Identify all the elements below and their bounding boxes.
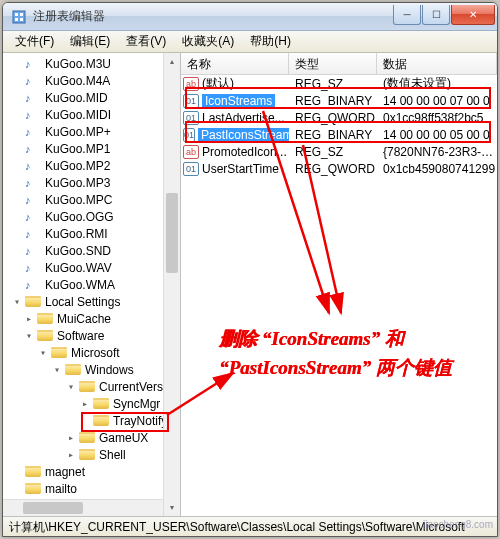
tree-item[interactable]: magnet [5,463,180,480]
expand-icon[interactable]: ▸ [79,398,91,409]
menu-edit[interactable]: 编辑(E) [62,31,118,52]
tree-item[interactable]: ▾CurrentVersion [5,378,180,395]
menu-view[interactable]: 查看(V) [118,31,174,52]
menu-favorites[interactable]: 收藏夹(A) [174,31,242,52]
music-file-icon [25,176,41,190]
tree-item[interactable]: KuGoo.MID [5,89,180,106]
expand-icon[interactable]: ▸ [65,432,77,443]
tree-item-label: mailto [43,482,77,496]
tree-item[interactable]: KuGoo.RMI [5,225,180,242]
tree-item[interactable]: ▾Local Settings [5,293,180,310]
music-file-icon [25,159,41,173]
menu-file[interactable]: 文件(F) [7,31,62,52]
tree-item[interactable]: KuGoo.MP1 [5,140,180,157]
tree-item[interactable]: ▾Windows [5,361,180,378]
tree-item[interactable]: KuGoo.MP3 [5,174,180,191]
expand-icon[interactable]: ▾ [37,347,49,358]
value-name: PastIconsStream [198,128,289,142]
value-name: UserStartTime [202,162,279,176]
list-row[interactable]: 01LastAdvertise...REG_QWORD0x1cc98ff538f… [181,109,497,126]
close-button[interactable]: ✕ [451,5,495,25]
binary-value-icon: 01 [183,162,199,176]
menubar: 文件(F) 编辑(E) 查看(V) 收藏夹(A) 帮助(H) [3,31,497,53]
list-row[interactable]: 01UserStartTimeREG_QWORD0x1cb45908074129… [181,160,497,177]
svg-rect-0 [13,11,25,23]
tree-item-label: KuGoo.MP1 [43,142,110,156]
tree-item-label: KuGoo.MID [43,91,108,105]
tree-item[interactable]: KuGoo.OGG [5,208,180,225]
tree-item[interactable]: TrayNotify [5,412,180,429]
app-icon [11,9,27,25]
folder-icon [51,347,67,358]
music-file-icon [25,108,41,122]
value-data: 0x1cb459080741299 [377,162,497,176]
maximize-button[interactable]: ☐ [422,5,450,25]
tree-item[interactable]: KuGoo.M3U [5,55,180,72]
tree-item[interactable]: KuGoo.MP+ [5,123,180,140]
expand-icon[interactable]: ▾ [65,381,77,392]
expand-icon[interactable]: ▾ [51,364,63,375]
folder-icon [37,330,53,341]
tree-item[interactable]: KuGoo.SND [5,242,180,259]
tree-item-label: Local Settings [43,295,120,309]
tree-item[interactable]: KuGoo.WAV [5,259,180,276]
tree-item[interactable]: ▸GameUX [5,429,180,446]
binary-value-icon: 01 [183,128,195,142]
tree-scrollbar[interactable]: ▴ ▾ [163,53,180,516]
tree-item[interactable]: ▾Microsoft [5,344,180,361]
list-row[interactable]: ab(默认)REG_SZ(数值未设置) [181,75,497,92]
list-row[interactable]: 01PastIconsStreamREG_BINARY14 00 00 00 0… [181,126,497,143]
value-type: REG_QWORD [289,162,377,176]
tree-item[interactable]: KuGoo.M4A [5,72,180,89]
scroll-thumb-h[interactable] [23,502,83,514]
col-data[interactable]: 数据 [377,53,497,74]
tree-item-label: KuGoo.OGG [43,210,114,224]
music-file-icon [25,74,41,88]
tree-item[interactable]: KuGoo.MPC [5,191,180,208]
expand-icon[interactable]: ▸ [23,313,35,324]
col-name[interactable]: 名称 [181,53,289,74]
tree-item-label: KuGoo.MIDI [43,108,111,122]
folder-icon [79,449,95,460]
menu-help[interactable]: 帮助(H) [242,31,299,52]
scroll-thumb[interactable] [166,193,178,273]
titlebar[interactable]: 注册表编辑器 ─ ☐ ✕ [3,3,497,31]
expand-icon[interactable]: ▾ [23,330,35,341]
tree-item[interactable]: KuGoo.WMA [5,276,180,293]
value-name: (默认) [202,75,234,92]
tree-item[interactable]: KuGoo.MP2 [5,157,180,174]
music-file-icon [25,57,41,71]
value-data: 0x1cc98ff538f2bc5 [377,111,497,125]
minimize-button[interactable]: ─ [393,5,421,25]
list-row[interactable]: abPromotedIcon...REG_SZ{7820NN76-23R3-4.… [181,143,497,160]
expand-icon[interactable]: ▾ [11,296,23,307]
tree-scrollbar-h[interactable] [3,499,163,516]
tree-item[interactable]: KuGoo.MIDI [5,106,180,123]
svg-rect-1 [15,13,18,16]
tree-item[interactable]: ▾Software [5,327,180,344]
music-file-icon [25,142,41,156]
binary-value-icon: 01 [183,111,199,125]
tree-item[interactable]: ▸MuiCache [5,310,180,327]
value-type: REG_BINARY [289,94,377,108]
registry-tree[interactable]: KuGoo.M3UKuGoo.M4AKuGoo.MIDKuGoo.MIDIKuG… [3,53,181,516]
tree-item[interactable]: ▸SyncMgr [5,395,180,412]
scroll-down-icon[interactable]: ▾ [164,499,180,516]
scroll-up-icon[interactable]: ▴ [164,53,180,70]
svg-rect-2 [20,13,23,16]
tree-item[interactable]: mailto [5,480,180,497]
value-name: PromotedIcon... [202,145,287,159]
expand-icon[interactable]: ▸ [65,449,77,460]
tree-item-label: TrayNotify [111,414,167,428]
folder-icon [79,432,95,443]
tree-item-label: KuGoo.MP+ [43,125,111,139]
folder-icon [37,313,53,324]
tree-item[interactable]: ▸Shell [5,446,180,463]
tree-item-label: KuGoo.SND [43,244,111,258]
tree-item-label: Software [55,329,104,343]
music-file-icon [25,261,41,275]
list-row[interactable]: 01IconStreamsREG_BINARY14 00 00 00 07 00… [181,92,497,109]
registry-value-list[interactable]: 名称 类型 数据 ab(默认)REG_SZ(数值未设置)01IconStream… [181,53,497,516]
col-type[interactable]: 类型 [289,53,377,74]
music-file-icon [25,278,41,292]
